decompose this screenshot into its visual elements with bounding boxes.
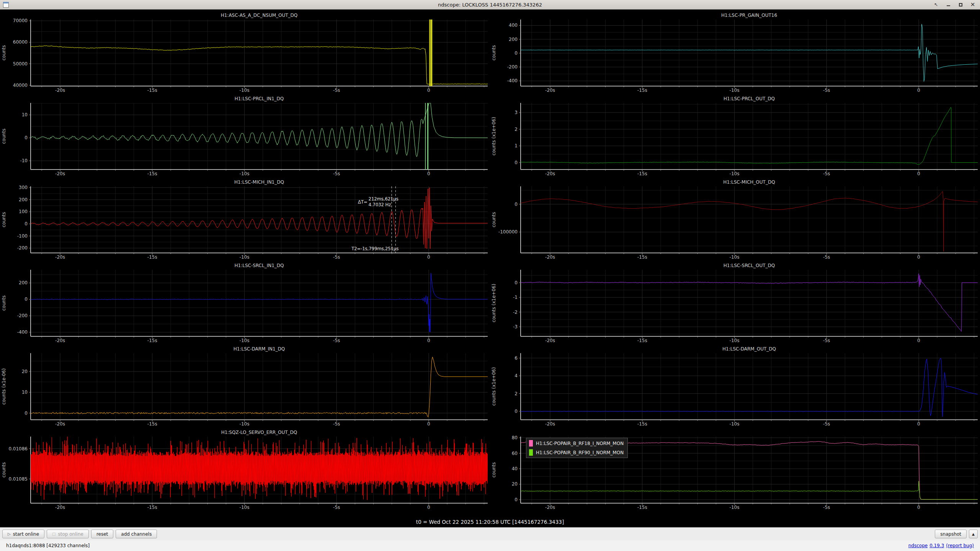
plot-legend[interactable]: H1:LSC-POPAIR_B_RF18_I_NORM_MONH1:LSC-PO…	[526, 438, 628, 458]
trace-H1:SQZ-LO_SERVO_ERR_OUT_DQ	[31, 437, 488, 500]
ndscope-link[interactable]: ndscope	[908, 543, 928, 548]
x-tick-label: -15s	[147, 254, 157, 260]
plot-canvas[interactable]: -20s-15s-10s-5s02000-200-400counts	[0, 268, 489, 344]
plot-canvas[interactable]: -20s-15s-10s-5s070000600005000040000coun…	[0, 18, 489, 94]
y-tick-label: 1	[514, 143, 518, 148]
x-tick-label: -5s	[333, 254, 340, 260]
trace-H1:LSC-PRCL_OUT_DQ	[521, 107, 978, 165]
x-tick-label: -10s	[240, 505, 250, 510]
plot-canvas[interactable]: -20s-15s-10s-5s020100counts (x1e-06)	[0, 352, 489, 427]
reset-button[interactable]: reset	[91, 530, 113, 538]
x-tick-label: 0	[427, 254, 430, 260]
y-tick-label: -100	[17, 233, 28, 239]
window-controls: ↖ ✕	[933, 2, 977, 7]
y-tick-label: -200	[507, 64, 518, 70]
x-tick-label: 0	[917, 338, 920, 343]
plot-title: H1:LSC-DARM_OUT_DQ	[521, 346, 978, 352]
plot-lsc-prcl-in1: H1:LSC-PRCL_IN1_DQ-20s-15s-10s-5s0100-10…	[0, 95, 490, 179]
plot-title: H1:LSC-MICH_OUT_DQ	[521, 179, 978, 185]
x-tick-label: -20s	[545, 88, 555, 93]
toolbar: ▷ start online □ stop online reset add c…	[0, 527, 980, 540]
y-tick-label: -10	[20, 158, 28, 163]
stop-online-button[interactable]: □ stop online	[47, 530, 89, 538]
x-tick-label: -5s	[823, 171, 830, 176]
x-tick-label: -5s	[823, 338, 830, 343]
y-tick-label: 60000	[13, 39, 28, 45]
y-tick-label: -200	[17, 245, 28, 251]
plot-lsc-srcl-out: H1:LSC-SRCL_OUT_DQ-20s-15s-10s-5s00-1-2-…	[490, 262, 980, 346]
play-icon: ▷	[8, 532, 11, 536]
legend-swatch-icon	[529, 449, 533, 456]
trace-H1:LSC-POPAIR_B_RF90_I_NORM_MON	[521, 481, 978, 499]
version-link[interactable]: 0.19.3	[929, 543, 944, 548]
stop-icon: □	[52, 532, 56, 536]
y-tick-label: 2	[514, 127, 518, 132]
plot-canvas[interactable]: -20s-15s-10s-5s00-100000counts	[490, 185, 979, 261]
plot-canvas[interactable]: -20s-15s-10s-5s03210counts (x1e+06)	[490, 101, 979, 177]
x-tick-label: -15s	[147, 338, 157, 343]
y-tick-label: 6	[514, 355, 518, 361]
y-tick-label: 0	[514, 409, 518, 414]
plot-title: H1:LSC-PRCL_OUT_DQ	[521, 96, 978, 101]
plot-canvas[interactable]: -20s-15s-10s-5s03002001000-100-200counts	[0, 185, 489, 261]
statusbar-links: ndscope 0.19.3 (report bug)	[908, 543, 974, 548]
y-tick-label: 100	[19, 209, 28, 214]
y-axis-label: counts	[1, 462, 7, 478]
minimize-button[interactable]	[946, 2, 951, 7]
plot-canvas[interactable]: -20s-15s-10s-5s04002000-200-400counts	[490, 18, 979, 94]
plot-canvas[interactable]: -20s-15s-10s-5s00-1-2-3counts (x1e+06)	[490, 268, 979, 344]
expand-button[interactable]: ▲	[969, 530, 978, 538]
y-tick-label: 20	[22, 369, 28, 374]
x-tick-label: -10s	[240, 338, 250, 343]
start-online-label: start online	[13, 531, 39, 537]
minimize-icon	[947, 5, 950, 6]
x-tick-label: -15s	[637, 254, 647, 260]
x-tick-label: 0	[427, 421, 430, 427]
plot-canvas[interactable]: -20s-15s-10s-5s00.010860.01085counts	[0, 435, 489, 511]
trace-H1:LSC-SRCL_OUT_DQ	[521, 274, 978, 331]
plot-canvas[interactable]: -20s-15s-10s-5s06420counts (x1e+06)	[490, 352, 979, 427]
x-tick-label: 0	[427, 338, 430, 343]
plot-title: H1:LSC-PR_GAIN_OUT16	[521, 13, 978, 18]
snapshot-button[interactable]: snapshot	[935, 530, 967, 538]
add-channels-button[interactable]: add channels	[116, 530, 157, 538]
start-online-button[interactable]: ▷ start online	[2, 530, 44, 538]
x-tick-label: -20s	[55, 88, 65, 93]
y-tick-label: 50000	[13, 61, 28, 67]
y-axis-label: counts (x1e+06)	[491, 117, 497, 156]
x-tick-label: -10s	[730, 254, 740, 260]
plot-canvas[interactable]: -20s-15s-10s-5s0100-10counts	[0, 101, 489, 177]
legend-label: H1:LSC-POPAIR_B_RF18_I_NORM_MON	[536, 441, 624, 446]
maximize-button[interactable]	[958, 2, 963, 7]
trace-H1:LSC-PR_GAIN_OUT16	[521, 24, 978, 82]
plot-sqz-lo-servo-err-out: H1:SQZ-LO_SERVO_ERR_OUT_DQ-20s-15s-10s-5…	[0, 429, 490, 512]
y-tick-label: 0	[24, 135, 28, 140]
x-tick-label: -20s	[545, 171, 555, 176]
x-tick-label: -10s	[730, 421, 740, 427]
y-tick-label: -3	[513, 324, 518, 329]
report-bug-link[interactable]: (report bug)	[946, 543, 974, 548]
titlebar[interactable]: ndscope: LOCKLOSS 1445167276.343262 ↖ ✕	[0, 0, 980, 10]
plot-title: H1:LSC-SRCL_OUT_DQ	[521, 263, 978, 268]
plot-title: H1:LSC-PRCL_IN1_DQ	[31, 96, 488, 101]
y-axis-label: counts (x1e-06)	[1, 368, 7, 404]
snapshot-label: snapshot	[940, 531, 961, 537]
keep-above-icon[interactable]: ↖	[933, 2, 939, 7]
x-tick-label: 0	[917, 88, 920, 93]
plot-title: H1:ASC-AS_A_DC_NSUM_OUT_DQ	[31, 13, 488, 18]
x-tick-label: -10s	[240, 254, 250, 260]
y-tick-label: 4	[514, 373, 518, 378]
y-axis-label: counts	[491, 462, 497, 478]
trace-H1:ASC-AS_A_DC_NSUM_OUT_DQ	[31, 46, 488, 84]
trace-H1:LSC-SRCL_IN1_DQ	[31, 273, 488, 333]
window-title: ndscope: LOCKLOSS 1445167276.343262	[0, 2, 980, 8]
plot-title: H1:SQZ-LO_SERVO_ERR_OUT_DQ	[31, 430, 488, 435]
y-tick-label: -400	[17, 329, 28, 335]
x-tick-label: 0	[917, 421, 920, 427]
x-tick-label: -20s	[55, 338, 65, 343]
x-tick-label: -20s	[55, 505, 65, 510]
close-button[interactable]: ✕	[970, 2, 975, 7]
y-tick-label: 0	[514, 51, 518, 56]
x-tick-label: 0	[427, 171, 430, 176]
legend-swatch-icon	[529, 440, 533, 447]
